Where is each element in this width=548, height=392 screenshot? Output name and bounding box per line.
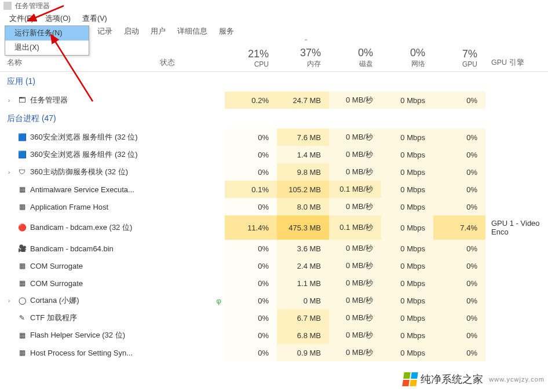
gpu-cell: 0% — [433, 327, 485, 344]
group-header[interactable]: 应用 (1) — [0, 72, 548, 92]
process-row[interactable]: 🟦360安全浏览器 服务组件 (32 位)0%1.4 MB0 MB/秒0 Mbp… — [0, 146, 548, 163]
status-cell — [155, 129, 225, 146]
disk-cell: 0 MB/秒 — [329, 163, 381, 181]
net-cell: 0 Mbps — [381, 327, 433, 344]
gpu-cell: 0% — [433, 181, 485, 198]
mem-cell: 6.8 MB — [277, 327, 329, 344]
watermark: 纯净系统之家 www.ycwjzy.com — [403, 372, 545, 386]
tab-details[interactable]: 详细信息 — [171, 25, 213, 38]
net-cell: 0 Mbps — [381, 292, 433, 309]
col-disk[interactable]: 0% 磁盘 — [329, 45, 381, 72]
col-gpu-engine[interactable]: GPU 引擎 — [485, 45, 548, 72]
cpu-cell: 0.2% — [225, 91, 277, 109]
process-name: Bandicam - bdcam.exe (32 位) — [30, 222, 132, 233]
gpu-engine-cell — [485, 198, 548, 215]
process-name: 360安全浏览器 服务组件 (32 位) — [30, 132, 138, 142]
process-row[interactable]: ▦COM Surrogate0%1.1 MB0 MB/秒0 Mbps0% — [0, 274, 548, 292]
process-row[interactable]: ›◯Cortana (小娜)φ0%0 MB0 MB/秒0 Mbps0% — [0, 292, 548, 309]
process-icon: ▦ — [17, 279, 27, 288]
net-label: 网络 — [386, 59, 425, 69]
tab-users[interactable]: 用户 — [145, 25, 171, 38]
col-status[interactable]: 状态 — [155, 45, 225, 72]
gpu-cell: 0% — [433, 240, 485, 257]
process-row[interactable]: ▦Host Process for Setting Syn...0%0.9 MB… — [0, 344, 548, 361]
disk-cell: 0 MB/秒 — [329, 292, 381, 309]
status-cell — [155, 274, 225, 292]
process-row[interactable]: 🟦360安全浏览器 服务组件 (32 位)0%7.6 MB0 MB/秒0 Mbp… — [0, 129, 548, 146]
mem-cell: 3.6 MB — [277, 240, 329, 257]
net-cell: 0 Mbps — [381, 91, 433, 109]
process-name: Antimalware Service Executa... — [30, 185, 134, 194]
menu-run-new-task[interactable]: 运行新任务(N) — [5, 26, 89, 41]
mem-cell: 9.8 MB — [277, 163, 329, 181]
process-row[interactable]: ▦COM Surrogate0%2.4 MB0 MB/秒0 Mbps0% — [0, 257, 548, 274]
cpu-cell: 0% — [225, 257, 277, 274]
menu-exit[interactable]: 退出(X) — [5, 41, 89, 55]
col-gpu[interactable]: 7% GPU — [433, 45, 485, 72]
col-network[interactable]: 0% 网络 — [381, 45, 433, 72]
disk-cell: 0 MB/秒 — [329, 91, 381, 109]
mem-cell: 475.3 MB — [277, 215, 329, 240]
mem-cell: 105.2 MB — [277, 181, 329, 198]
cpu-cell: 0% — [225, 163, 277, 181]
gpu-engine-cell: GPU 1 - Video Enco — [485, 215, 548, 240]
process-row[interactable]: ▦Antimalware Service Executa...0.1%105.2… — [0, 181, 548, 198]
net-cell: 0 Mbps — [381, 181, 433, 198]
net-cell: 0 Mbps — [381, 309, 433, 327]
tab-startup[interactable]: 启动 — [118, 25, 145, 38]
process-row[interactable]: ✎CTF 加载程序0%6.7 MB0 MB/秒0 Mbps0% — [0, 309, 548, 327]
menu-file[interactable]: 文件(F) — [3, 13, 39, 23]
gpu-engine-cell — [485, 327, 548, 344]
process-icon: ▦ — [17, 185, 27, 194]
expand-toggle-icon[interactable]: › — [8, 298, 14, 304]
gpu-engine-cell — [485, 257, 548, 274]
process-name: 360安全浏览器 服务组件 (32 位) — [30, 149, 138, 160]
col-cpu[interactable]: 21% CPU — [225, 45, 277, 72]
process-name: Flash Helper Service (32 位) — [30, 330, 125, 340]
net-cell: 0 Mbps — [381, 146, 433, 163]
mem-percent: 37% — [282, 47, 321, 59]
task-manager-icon — [3, 2, 12, 10]
process-row[interactable]: ▦Application Frame Host0%8.0 MB0 MB/秒0 M… — [0, 198, 548, 215]
process-row[interactable]: 🔴Bandicam - bdcam.exe (32 位)11.4%475.3 M… — [0, 215, 548, 240]
net-cell: 0 Mbps — [381, 198, 433, 215]
mem-label: 内存 — [282, 59, 321, 69]
mem-cell: 0.9 MB — [277, 344, 329, 361]
col-memory[interactable]: 37% 内存 — [277, 45, 329, 72]
process-name: 360主动防御服务模块 (32 位) — [30, 167, 128, 177]
group-header[interactable]: 后台进程 (47) — [0, 109, 548, 129]
menu-options[interactable]: 选项(O) — [39, 13, 76, 23]
gpu-cell: 0% — [433, 274, 485, 292]
process-icon: 🛡 — [17, 167, 27, 177]
expand-toggle-icon[interactable]: › — [8, 97, 14, 104]
file-menu-dropdown: 运行新任务(N) 退出(X) — [5, 25, 89, 56]
status-cell — [155, 146, 225, 163]
process-row[interactable]: ›🗔任务管理器0.2%24.7 MB0 MB/秒0 Mbps0% — [0, 91, 548, 109]
cpu-cell: 0% — [225, 240, 277, 257]
mem-cell: 1.1 MB — [277, 274, 329, 292]
status-cell — [155, 327, 225, 344]
gpu-label: GPU — [438, 60, 477, 68]
process-icon: 🟦 — [17, 150, 27, 159]
tab-services[interactable]: 服务 — [213, 25, 240, 38]
menu-view[interactable]: 查看(V) — [76, 13, 113, 23]
expand-toggle-icon[interactable]: › — [8, 169, 14, 175]
process-icon: ▦ — [17, 331, 27, 340]
net-cell: 0 Mbps — [381, 257, 433, 274]
disk-cell: 0 MB/秒 — [329, 344, 381, 361]
net-percent: 0% — [386, 47, 425, 59]
process-row[interactable]: ›🛡360主动防御服务模块 (32 位)0%9.8 MB0 MB/秒0 Mbps… — [0, 163, 548, 181]
process-row[interactable]: 🎥Bandicam - bdcam64.bin0%3.6 MB0 MB/秒0 M… — [0, 240, 548, 257]
tab-app-history-partial[interactable]: 记录 — [92, 25, 118, 38]
title-bar: 任务管理器 — [0, 0, 548, 12]
cpu-cell: 11.4% — [225, 215, 277, 240]
cpu-cell: 0% — [225, 129, 277, 146]
process-name: Cortana (小娜) — [30, 295, 79, 306]
status-cell — [155, 91, 225, 109]
mem-cell: 7.6 MB — [277, 129, 329, 146]
process-icon: ▦ — [17, 202, 27, 211]
process-row[interactable]: ▦Flash Helper Service (32 位)0%6.8 MB0 MB… — [0, 327, 548, 344]
disk-cell: 0 MB/秒 — [329, 274, 381, 292]
process-name: COM Surrogate — [30, 279, 83, 288]
gpu-cell: 0% — [433, 146, 485, 163]
